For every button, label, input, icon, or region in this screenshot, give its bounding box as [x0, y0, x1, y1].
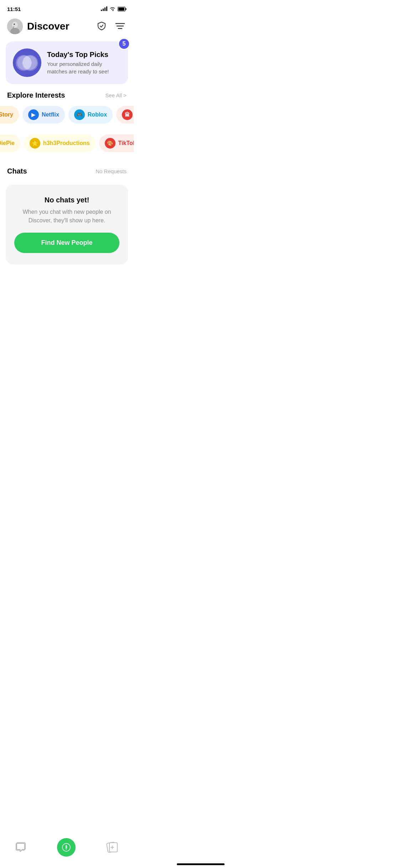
pill-netflix[interactable]: ▶ Netflix: [22, 106, 65, 124]
netflix-label: Netflix: [42, 112, 59, 118]
netflix-icon: ▶: [28, 109, 39, 120]
svg-point-4: [12, 22, 18, 28]
signal-icon: [101, 7, 107, 11]
interests-row-2: DiePie ⭐ h3h3Productions 🎨 TikTok: [0, 133, 134, 154]
pill-tiktok[interactable]: 🎨 TikTok: [99, 134, 134, 152]
explore-interests-header: Explore Interests See All >: [0, 91, 134, 104]
interests-row-1: Story ▶ Netflix 🎮 Roblox 🏛 BLM: [0, 104, 134, 125]
no-requests-label[interactable]: No Requests: [96, 168, 127, 174]
battery-icon: [118, 7, 127, 11]
status-time: 11:51: [7, 6, 21, 12]
wifi-icon: [109, 7, 115, 11]
svg-point-12: [23, 56, 37, 70]
roblox-icon: 🎮: [74, 109, 85, 120]
chats-section: Chats No Requests No chats yet! When you…: [0, 161, 134, 264]
no-chats-title: No chats yet!: [45, 196, 89, 204]
tiktok-icon: 🎨: [105, 138, 115, 149]
pill-story[interactable]: Story: [0, 106, 19, 124]
svg-point-11: [17, 56, 31, 70]
filter-button[interactable]: [114, 21, 127, 32]
h3h3-label: h3h3Productions: [43, 140, 90, 146]
chats-header: Chats No Requests: [0, 167, 134, 180]
no-chats-card: No chats yet! When you chat with new peo…: [6, 185, 128, 264]
avatar[interactable]: [7, 19, 23, 34]
top-picks-card[interactable]: 5 Today's Top Picks Your personalized da…: [6, 41, 128, 84]
status-bar: 11:51: [0, 0, 134, 16]
shield-check-icon: [97, 21, 107, 31]
svg-point-5: [14, 24, 15, 25]
chats-title: Chats: [7, 167, 27, 175]
interests-row-2-scroll: DiePie ⭐ h3h3Productions 🎨 TikTok: [0, 133, 134, 161]
shield-button[interactable]: [95, 20, 108, 33]
h3h3-icon: ⭐: [30, 138, 40, 149]
top-picks-title: Today's Top Picks: [47, 51, 121, 59]
roblox-label: Roblox: [88, 112, 107, 118]
top-picks-text: Today's Top Picks Your personalized dail…: [47, 51, 121, 75]
explore-interests-title: Explore Interests: [7, 91, 65, 99]
find-new-people-button[interactable]: Find New People: [14, 233, 119, 253]
svg-rect-2: [118, 7, 124, 11]
page-title: Discover: [27, 21, 91, 32]
tiktok-label: TikTok: [118, 140, 134, 146]
pill-diepie[interactable]: DiePie: [0, 134, 20, 152]
top-picks-badge: 5: [118, 38, 130, 50]
status-icons: [101, 7, 127, 11]
diepie-label: DiePie: [0, 140, 15, 146]
story-label: Story: [0, 112, 13, 118]
pill-blm[interactable]: 🏛 BLM: [116, 106, 134, 124]
header-actions: [95, 20, 127, 33]
svg-rect-1: [125, 8, 127, 10]
top-picks-logo: [13, 48, 41, 77]
top-picks-subtitle: Your personalized daily matches are read…: [47, 60, 121, 75]
no-chats-subtitle: When you chat with new people on Discove…: [14, 208, 119, 225]
interests-row-1-scroll: Story ▶ Netflix 🎮 Roblox 🏛 BLM: [0, 104, 134, 133]
see-all-link[interactable]: See All >: [105, 92, 127, 98]
pill-h3h3[interactable]: ⭐ h3h3Productions: [24, 134, 96, 152]
blm-icon: 🏛: [122, 109, 133, 120]
header: Discover: [0, 16, 134, 38]
pill-roblox[interactable]: 🎮 Roblox: [68, 106, 113, 124]
filter-icon: [115, 22, 125, 30]
